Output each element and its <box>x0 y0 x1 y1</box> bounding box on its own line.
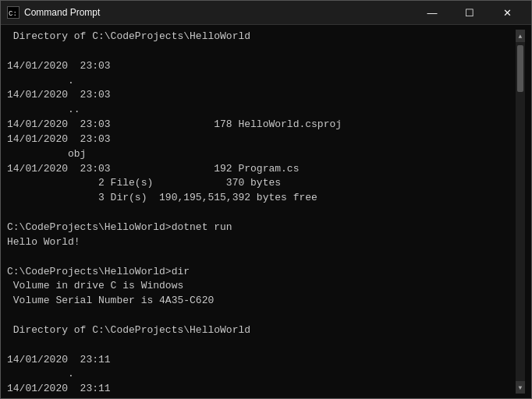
maximize-button[interactable]: ☐ <box>452 1 488 25</box>
title-bar: C: Command Prompt — ☐ ✕ <box>1 1 531 25</box>
window-title: Command Prompt <box>24 7 100 18</box>
svg-text:C:: C: <box>9 10 17 18</box>
close-button[interactable]: ✕ <box>489 1 525 25</box>
scrollbar-thumb[interactable] <box>517 45 523 92</box>
terminal-output[interactable]: Directory of C:\CodeProjects\HelloWorld … <box>7 30 516 394</box>
terminal-body: Directory of C:\CodeProjects\HelloWorld … <box>1 25 531 398</box>
window-controls: — ☐ ✕ <box>414 1 525 25</box>
title-bar-left: C: Command Prompt <box>7 6 100 19</box>
scroll-up-arrow[interactable]: ▲ <box>516 30 525 42</box>
app-icon: C: <box>7 6 20 19</box>
minimize-button[interactable]: — <box>414 1 450 25</box>
command-prompt-window: C: Command Prompt — ☐ ✕ Directory of C:\… <box>0 0 532 399</box>
scrollbar[interactable]: ▲ ▼ <box>516 30 525 394</box>
scroll-down-arrow[interactable]: ▼ <box>516 381 525 394</box>
